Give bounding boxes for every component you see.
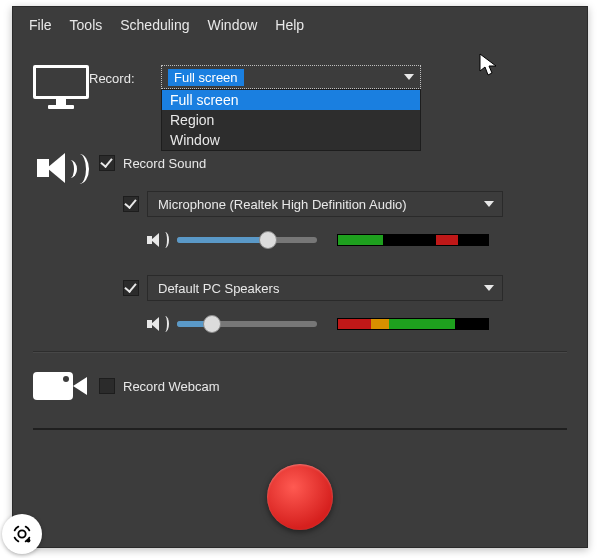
menu-file[interactable]: File	[23, 15, 58, 35]
record-sound-checkbox[interactable]	[99, 155, 115, 171]
record-mode-options: Full screenRegionWindow	[161, 89, 421, 151]
chevron-down-icon	[484, 201, 494, 207]
microphone-level-meter	[337, 234, 489, 246]
microphone-device-dropdown[interactable]: Microphone (Realtek High Definition Audi…	[147, 191, 503, 217]
svg-point-1	[26, 538, 30, 542]
record-webcam-checkbox[interactable]	[99, 378, 115, 394]
record-mode-selected: Full screen	[168, 69, 244, 86]
menu-tools[interactable]: Tools	[64, 15, 109, 35]
speaker-icon	[33, 147, 89, 191]
monitor-icon	[33, 65, 89, 109]
svg-point-0	[18, 530, 25, 537]
chevron-down-icon	[484, 285, 494, 291]
menu-bar: File Tools Scheduling Window Help	[13, 7, 587, 43]
record-webcam-label: Record Webcam	[123, 379, 220, 394]
record-sound-label: Record Sound	[123, 156, 206, 171]
speakers-enable-checkbox[interactable]	[123, 280, 139, 296]
microphone-device-label: Microphone (Realtek High Definition Audi…	[158, 197, 407, 212]
speakers-device-dropdown[interactable]: Default PC Speakers	[147, 275, 503, 301]
webcam-icon	[33, 370, 89, 410]
volume-icon	[147, 231, 169, 249]
chevron-down-icon	[404, 74, 414, 80]
speakers-volume-slider[interactable]	[177, 321, 317, 327]
record-mode-option[interactable]: Window	[162, 130, 420, 150]
record-mode-option[interactable]: Full screen	[162, 90, 420, 110]
record-button[interactable]	[267, 464, 333, 530]
record-mode-option[interactable]: Region	[162, 110, 420, 130]
volume-icon	[147, 315, 169, 333]
record-mode-dropdown[interactable]: Full screen Full screenRegionWindow	[161, 65, 421, 89]
microphone-volume-slider[interactable]	[177, 237, 317, 243]
lens-badge-icon[interactable]	[2, 514, 42, 554]
menu-window[interactable]: Window	[202, 15, 264, 35]
menu-help[interactable]: Help	[269, 15, 310, 35]
recorder-window: File Tools Scheduling Window Help Record…	[12, 6, 588, 548]
menu-scheduling[interactable]: Scheduling	[114, 15, 195, 35]
microphone-enable-checkbox[interactable]	[123, 196, 139, 212]
speakers-level-meter	[337, 318, 489, 330]
record-label: Record:	[89, 65, 161, 86]
speakers-device-label: Default PC Speakers	[158, 281, 279, 296]
